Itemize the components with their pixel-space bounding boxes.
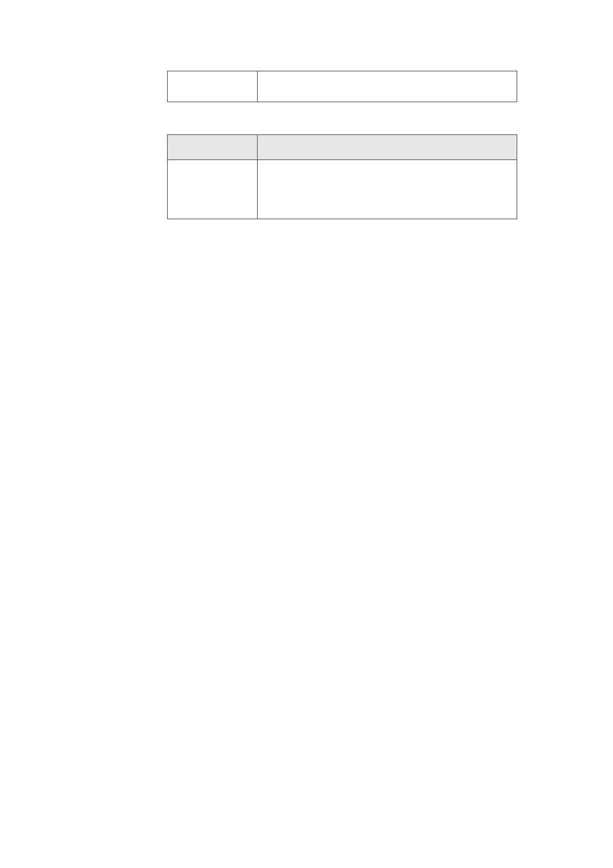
table-row	[168, 160, 517, 219]
page	[0, 0, 613, 868]
header-cell	[258, 135, 517, 160]
cell	[168, 160, 258, 219]
cell	[258, 160, 517, 219]
table-1	[167, 71, 517, 102]
cell	[168, 71, 258, 102]
table-2	[167, 134, 517, 219]
header-cell	[168, 135, 258, 160]
table-row	[168, 71, 517, 102]
content-column	[167, 71, 517, 219]
cell	[258, 71, 517, 102]
table-header-row	[168, 135, 517, 160]
